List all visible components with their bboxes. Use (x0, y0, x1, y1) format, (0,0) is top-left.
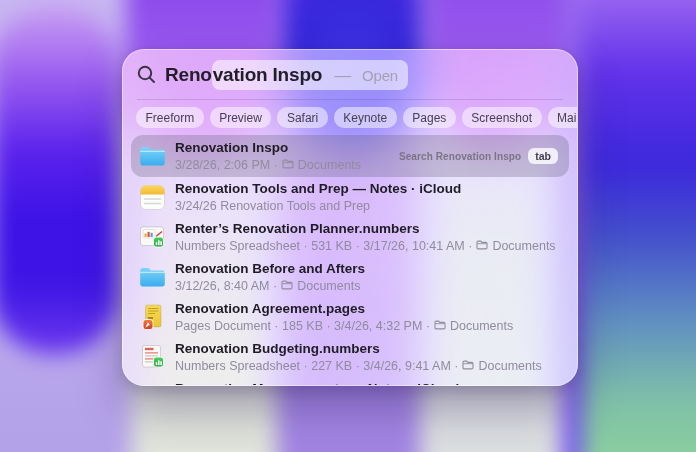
result-title: Renter’s Renovation Planner.numbers (175, 221, 556, 237)
folder-icon (138, 266, 166, 288)
tab-key-badge[interactable]: tab (528, 148, 558, 164)
documents-folder-icon (281, 279, 293, 294)
result-row[interactable]: Renter’s Renovation Planner.numbersNumbe… (131, 217, 569, 257)
filter-chip-keynote[interactable]: Keynote (334, 107, 397, 128)
filter-chips: FreeformPreviewSafariKeynotePagesScreens… (136, 107, 564, 128)
result-meta: Pages Document · 185 KB · 3/4/26, 4:32 P… (175, 319, 430, 334)
result-location: Documents (492, 239, 555, 254)
search-hint: —Open (322, 64, 398, 85)
result-location: Documents (297, 279, 360, 294)
documents-folder-icon (476, 239, 488, 254)
filter-chip-screenshot[interactable]: Screenshot (462, 107, 542, 128)
result-row[interactable]: Renovation Tools and Prep — Notes · iClo… (131, 177, 569, 217)
results-list: Renovation Inspo3/28/26, 2:06 PM ·Docume… (123, 135, 577, 386)
row-action-label: Search Renovation Inspo (399, 151, 521, 162)
filter-chip-preview[interactable]: Preview (210, 107, 272, 128)
result-title: Renovation Agreement.pages (175, 301, 513, 317)
filter-chip-freeform[interactable]: Freeform (136, 107, 204, 128)
result-meta: 3/12/26, 8:40 AM · (175, 279, 277, 294)
result-subtitle: Numbers Spreadsheet · 531 KB · 3/17/26, … (175, 239, 556, 254)
documents-folder-icon (462, 359, 474, 374)
notes-icon (138, 185, 166, 210)
desktop: Renovation Inspo—Open FreeformPreviewSaf… (0, 0, 696, 452)
result-title: Renovation Inspo (175, 140, 361, 156)
result-meta: 3/24/26 Renovation Tools and Prep (175, 199, 370, 214)
result-meta: Numbers Spreadsheet · 227 KB · 3/4/26, 9… (175, 359, 458, 374)
wallpaper-pill (0, 6, 118, 354)
spotlight-window: Renovation Inspo—Open FreeformPreviewSaf… (122, 49, 578, 386)
divider (137, 99, 563, 100)
result-subtitle: Numbers Spreadsheet · 227 KB · 3/4/26, 9… (175, 359, 542, 374)
result-location: Documents (478, 359, 541, 374)
notes-icon (138, 385, 166, 387)
search-completed-text: vation Inspo (213, 64, 323, 85)
documents-folder-icon (282, 158, 294, 173)
result-subtitle: 3/28/26, 2:06 PM ·Documents (175, 158, 361, 173)
result-row[interactable]: Renovation Agreement.pagesPages Document… (131, 297, 569, 337)
search-icon (137, 65, 156, 84)
result-row[interactable]: Renovation Budgeting.numbersNumbers Spre… (131, 337, 569, 377)
filter-chip-safari[interactable]: Safari (277, 107, 327, 128)
result-subtitle: 3/24/26 Renovation Tools and Prep (175, 199, 461, 214)
result-title: Renovation Measurements — Notes · iCloud (175, 381, 459, 387)
result-row[interactable]: Renovation Before and Afters3/12/26, 8:4… (131, 257, 569, 297)
search-hint-dash: — (334, 66, 351, 85)
result-location: Documents (450, 319, 513, 334)
filter-chip-pages[interactable]: Pages (403, 107, 456, 128)
result-title: Renovation Before and Afters (175, 261, 365, 277)
search-hint-action: Open (362, 67, 398, 84)
result-row[interactable]: Renovation Inspo3/28/26, 2:06 PM ·Docume… (131, 135, 569, 177)
row-action: Search Renovation Inspotab (399, 148, 562, 164)
search-typed-text: Reno (165, 64, 212, 85)
wallpaper-column (582, 0, 696, 452)
result-subtitle: Pages Document · 185 KB · 3/4/26, 4:32 P… (175, 319, 513, 334)
numbers-chart-icon (138, 224, 166, 250)
result-location: Documents (298, 158, 361, 173)
result-meta: 3/28/26, 2:06 PM · (175, 158, 278, 173)
result-title: Renovation Tools and Prep — Notes · iClo… (175, 181, 461, 197)
search-completion: vation Inspo—Open (212, 60, 408, 90)
result-meta: Numbers Spreadsheet · 531 KB · 3/17/26, … (175, 239, 472, 254)
pages-icon (138, 304, 166, 331)
result-row[interactable]: Renovation Measurements — Notes · iCloud (131, 377, 569, 386)
search-bar[interactable]: Renovation Inspo—Open (123, 50, 577, 95)
search-input[interactable]: Renovation Inspo—Open (165, 64, 408, 86)
folder-icon (138, 145, 166, 167)
result-subtitle: 3/12/26, 8:40 AM ·Documents (175, 279, 365, 294)
result-title: Renovation Budgeting.numbers (175, 341, 542, 357)
documents-folder-icon (434, 319, 446, 334)
numbers-table-icon (138, 344, 166, 370)
filter-chip-mail[interactable]: Mail (548, 107, 578, 128)
